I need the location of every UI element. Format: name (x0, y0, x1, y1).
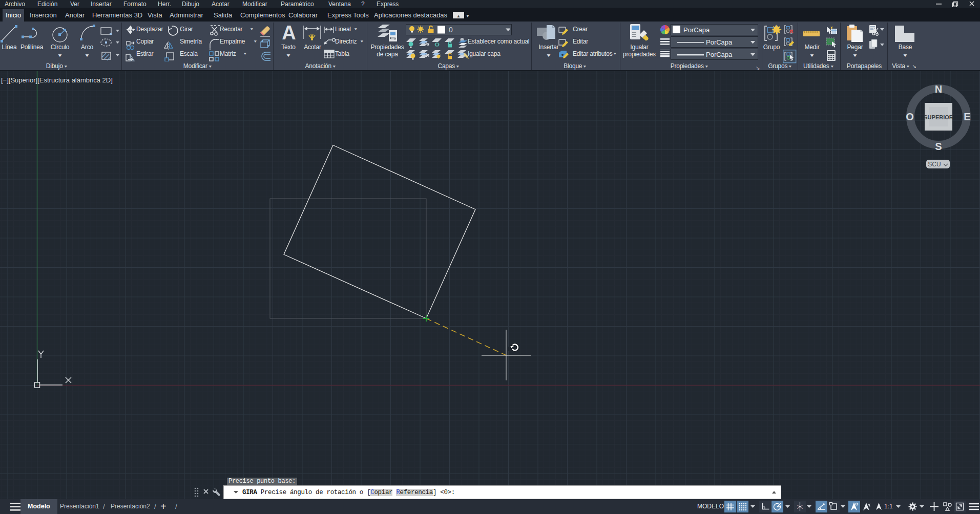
svg-text:S: S (935, 141, 942, 152)
svg-text:N: N (935, 83, 942, 95)
svg-text:O: O (906, 111, 914, 122)
svg-text:E: E (964, 111, 970, 122)
svg-text:0: 0 (449, 26, 453, 34)
svg-text:SCU: SCU (928, 161, 941, 168)
svg-text:SUPERIOR: SUPERIOR (924, 114, 953, 120)
